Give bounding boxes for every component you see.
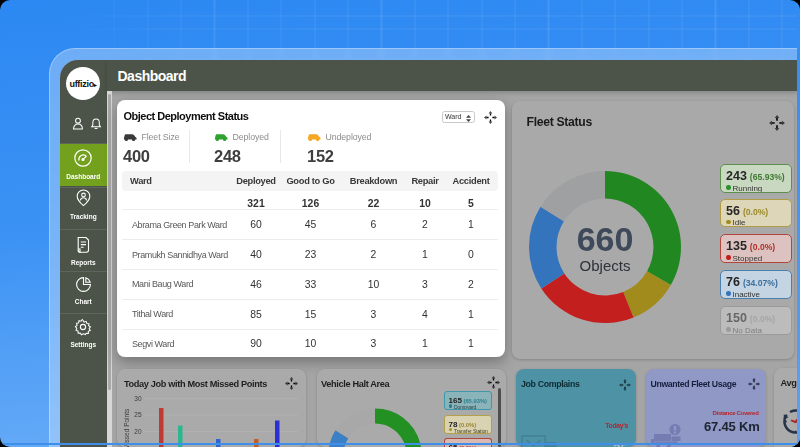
- svg-text:25: 25: [134, 411, 142, 418]
- svg-text:20: 20: [134, 427, 142, 434]
- svg-text:Missed Points: Missed Points: [123, 408, 130, 447]
- svg-text:30: 30: [134, 394, 142, 401]
